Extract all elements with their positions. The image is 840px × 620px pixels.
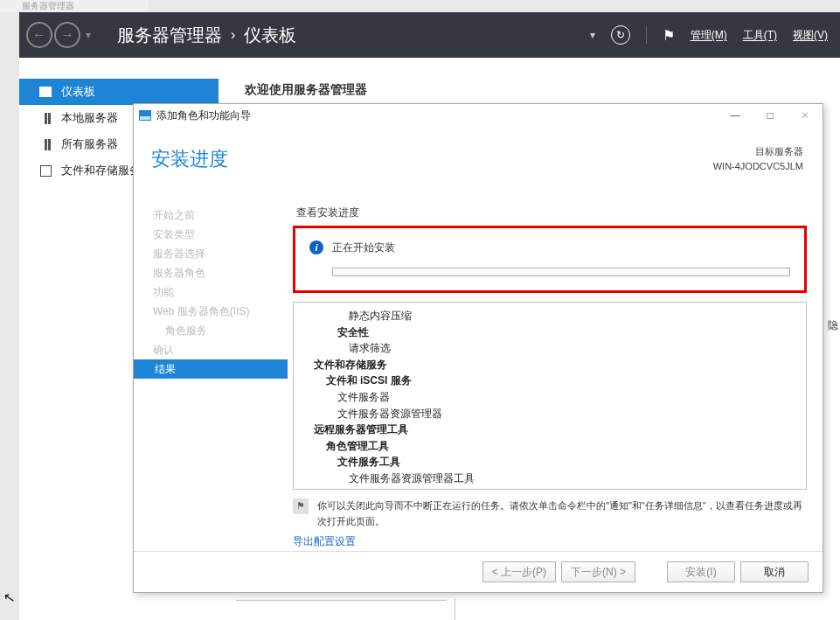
- cursor-icon: ↖: [2, 589, 16, 607]
- task-flag-icon: ⚑: [293, 498, 309, 514]
- breadcrumb-page: 仪表板: [244, 24, 296, 47]
- tools-menu[interactable]: 工具(T): [743, 28, 777, 43]
- note-text: 你可以关闭此向导而不中断正在运行的任务。请依次单击命令栏中的"通知"和"任务详细…: [317, 498, 807, 529]
- nav-back-icon[interactable]: ←: [26, 22, 52, 48]
- dialog-main: 查看安装进度 i 正在开始安装 静态内容压缩 安全性 请求筛选 文件和存储服务 …: [288, 127, 823, 551]
- dialog-title: 添加角色和功能向导: [156, 108, 251, 123]
- step-role-services: 角色服务: [134, 321, 288, 340]
- tree-node: 文件和 iSCSI 服务: [302, 373, 797, 389]
- welcome-heading: 欢迎使用服务器管理器: [219, 58, 840, 98]
- step-before: 开始之前: [134, 206, 288, 225]
- notifications-flag-icon[interactable]: ⚑: [663, 27, 675, 44]
- step-type: 安装类型: [134, 225, 288, 244]
- maximize-button[interactable]: □: [753, 105, 788, 126]
- tree-node: 远程服务器管理工具: [302, 421, 797, 438]
- sidebar-item-label: 所有服务器: [61, 136, 118, 152]
- section-label: 查看安装进度: [288, 206, 807, 220]
- manage-menu[interactable]: 管理(M): [691, 28, 727, 43]
- breadcrumb-app: 服务器管理器: [117, 24, 222, 47]
- sidebar-item-label: 仪表板: [61, 84, 95, 100]
- tree-node: 文件服务器: [302, 389, 797, 406]
- refresh-icon[interactable]: ↻: [611, 25, 630, 45]
- wizard-dialog: 添加角色和功能向导 — □ ✕ 安装进度 目标服务器 WIN-4JODCVC5J…: [133, 103, 823, 593]
- status-message: 正在开始安装: [332, 240, 395, 255]
- progress-bar: [332, 268, 790, 276]
- dialog-titlebar[interactable]: 添加角色和功能向导 — □ ✕: [134, 104, 823, 127]
- install-tree[interactable]: 静态内容压缩 安全性 请求筛选 文件和存储服务 文件和 iSCSI 服务 文件服…: [293, 302, 807, 490]
- view-menu[interactable]: 视图(V): [793, 28, 828, 43]
- minimize-button[interactable]: —: [718, 105, 753, 126]
- dialog-footer: < 上一步(P) 下一步(N) > 安装(I) 取消: [134, 551, 823, 592]
- status-highlight: i 正在开始安装: [293, 226, 807, 293]
- tree-node: 文件和存储服务: [302, 357, 797, 373]
- breadcrumb: 服务器管理器 › 仪表板: [117, 24, 296, 47]
- sidebar-item-label: 文件和存储服务: [61, 163, 141, 178]
- step-server-roles: 服务器角色: [134, 263, 288, 282]
- tree-node: 安全性: [302, 324, 797, 341]
- chevron-right-icon: ›: [231, 27, 235, 43]
- step-iis: Web 服务器角色(IIS): [134, 302, 288, 321]
- wizard-steps: 开始之前 安装类型 服务器选择 服务器角色 功能 Web 服务器角色(IIS) …: [134, 127, 288, 551]
- header-bar: ← → ▾ 服务器管理器 › 仪表板 ▾ ↻ ⚑ 管理(M) 工具(T) 视图(…: [19, 12, 840, 58]
- info-icon: i: [309, 240, 323, 254]
- install-button: 安装(I): [667, 561, 735, 582]
- nav-dropdown-icon[interactable]: ▾: [86, 29, 91, 41]
- close-button[interactable]: ✕: [788, 105, 823, 126]
- sidebar-item-label: 本地服务器: [61, 110, 118, 126]
- next-button: 下一步(N) >: [561, 561, 635, 582]
- server-icon: [38, 113, 52, 124]
- step-server-select: 服务器选择: [134, 244, 288, 263]
- tree-node: 请求筛选: [302, 340, 797, 357]
- outer-window-title: 服务器管理器: [0, 0, 149, 12]
- tree-node: 文件服务器资源管理器: [302, 406, 797, 422]
- servers-icon: [38, 139, 52, 150]
- nav-forward-icon[interactable]: →: [54, 22, 80, 48]
- tree-node: 角色管理工具: [302, 438, 797, 455]
- dialog-heading: 安装进度: [151, 146, 228, 172]
- prev-button: < 上一步(P): [482, 561, 556, 582]
- step-confirm: 确认: [134, 340, 288, 359]
- tree-node: 静态内容压缩: [302, 308, 797, 324]
- dialog-app-icon: [139, 110, 151, 121]
- divider: [646, 26, 647, 44]
- tree-node: 文件服务器资源管理器工具: [302, 470, 797, 487]
- hidden-panel-tab[interactable]: 隐: [826, 313, 840, 338]
- header-dropdown-icon[interactable]: ▾: [590, 29, 595, 41]
- export-config-link[interactable]: 导出配置设置: [293, 534, 807, 549]
- tree-node: 文件服务工具: [302, 454, 797, 470]
- step-features: 功能: [134, 282, 288, 302]
- file-storage-icon: [38, 165, 52, 177]
- sidebar-item-dashboard[interactable]: 仪表板: [19, 79, 219, 105]
- dashboard-icon: [38, 87, 52, 97]
- cancel-button[interactable]: 取消: [740, 561, 809, 582]
- step-results[interactable]: 结果: [134, 359, 288, 379]
